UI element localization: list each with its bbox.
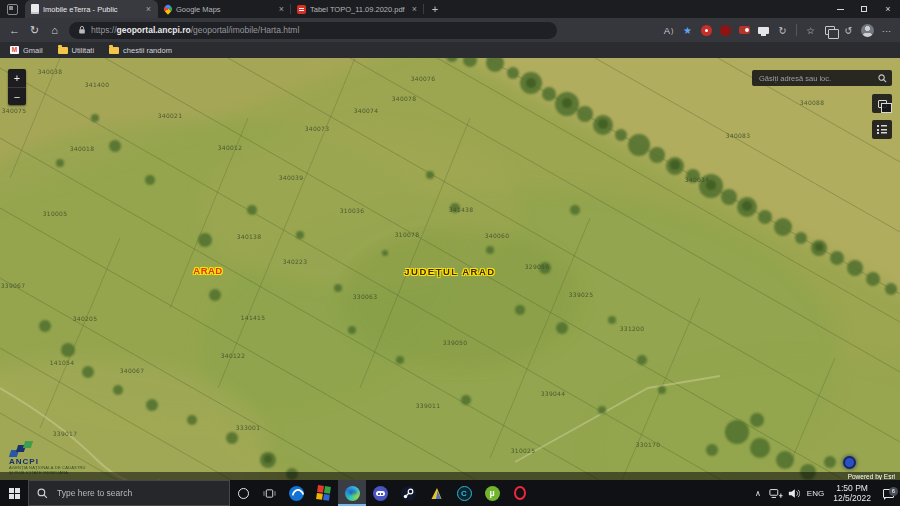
url-host: geoportal.ancpi.ro — [117, 25, 191, 35]
url-path: /geoportal/imobile/Harta.html — [191, 25, 300, 35]
task-view-button[interactable] — [256, 480, 282, 506]
language-indicator[interactable]: ENG — [803, 489, 828, 498]
pdf-favicon — [297, 5, 306, 14]
toolbar-divider — [796, 24, 797, 36]
minimize-icon — [837, 9, 844, 10]
network-tray-icon[interactable] — [767, 488, 785, 499]
gmail-icon: M — [10, 46, 19, 54]
cortana-icon — [238, 488, 249, 499]
home-button[interactable]: ⌂ — [46, 22, 63, 39]
favorite-star-icon[interactable]: ★ — [680, 22, 695, 38]
screen: Imobile eTerra - Public × Google Maps × … — [0, 0, 900, 506]
new-tab-button[interactable]: + — [427, 3, 443, 15]
tab-title: Imobile eTerra - Public — [43, 5, 141, 14]
url-text: https://geoportal.ancpi.ro/geoportal/imo… — [91, 25, 299, 35]
taskbar-app-opera[interactable] — [506, 480, 534, 506]
profile-avatar[interactable] — [860, 22, 875, 38]
avatar-icon — [861, 24, 874, 37]
taskbar-app-utorrent[interactable]: µ — [478, 480, 506, 506]
tab-imobile-eterra[interactable]: Imobile eTerra - Public × — [25, 0, 158, 18]
taskbar-app-steam[interactable] — [394, 480, 422, 506]
back-button[interactable]: ← — [6, 22, 23, 39]
taskbar-app-blue-swirl[interactable] — [282, 480, 310, 506]
layer-list-button[interactable] — [872, 120, 892, 139]
more-menu-icon[interactable]: ··· — [879, 22, 894, 38]
bookmark-folder-utilitati[interactable]: Utilitati — [58, 46, 95, 55]
search-icon[interactable] — [878, 74, 887, 83]
map-search-input[interactable] — [757, 73, 874, 84]
extension-monitor-icon[interactable] — [756, 22, 771, 38]
lock-icon — [78, 25, 86, 35]
bookmark-gmail[interactable]: M Gmail — [10, 46, 43, 55]
tab-close-icon[interactable]: × — [278, 4, 285, 14]
extension-sync-icon[interactable]: ↻ — [775, 22, 790, 38]
read-aloud-icon[interactable]: A — [661, 22, 676, 38]
ancpi-logo: ANCPI AGENŢIA NAŢIONALĂ DE CADASTRUŞI PU… — [9, 441, 99, 475]
taskbar: C µ ∧ ENG 1:50 PM 12/5/2022 6 — [0, 480, 900, 506]
taskbar-app-color-tiles[interactable] — [310, 480, 338, 506]
task-view-icon — [263, 488, 276, 499]
start-button[interactable] — [0, 480, 28, 506]
map-canvas[interactable]: 3400383414003400753400213400183400123400… — [0, 58, 900, 480]
zoom-out-button[interactable]: − — [8, 87, 26, 105]
taskbar-app-edge[interactable] — [338, 480, 366, 506]
location-dot[interactable] — [843, 456, 856, 469]
tab-close-icon[interactable]: × — [411, 4, 418, 14]
tab-close-icon[interactable]: × — [145, 4, 152, 14]
blue-swirl-app-icon — [289, 486, 304, 501]
window-controls: × — [828, 0, 900, 18]
map-attribution-bar: Powered by Esri — [0, 472, 900, 480]
zoom-in-button[interactable]: + — [8, 69, 26, 87]
windows-logo-icon — [9, 488, 20, 499]
bookmark-label: chestii random — [123, 46, 172, 55]
system-tray: ∧ ENG 1:50 PM 12/5/2022 6 — [749, 480, 900, 506]
show-hidden-icons-chevron[interactable]: ∧ — [749, 489, 767, 498]
attribution-text: Powered by Esri — [848, 473, 895, 480]
extension-red-icon[interactable] — [699, 22, 714, 38]
close-button[interactable]: × — [876, 0, 900, 18]
tab-title: Tabel TOPO_11.09.2020.pdf — [310, 5, 407, 14]
extension-red-glyph — [701, 25, 712, 36]
extension-darkred-icon[interactable] — [718, 22, 733, 38]
color-tiles-app-icon — [316, 485, 332, 501]
satellite-imagery[interactable] — [0, 58, 900, 480]
favorites-hub-icon[interactable]: ☆ — [803, 22, 818, 38]
refresh-button[interactable]: ↻ — [26, 22, 43, 39]
discord-icon — [373, 486, 388, 501]
taskbar-search-input[interactable] — [55, 487, 221, 499]
steam-icon — [401, 486, 416, 501]
ancpi-logo-mark — [9, 441, 37, 457]
cortana-button[interactable] — [230, 480, 256, 506]
document-favicon — [31, 4, 39, 14]
bookmark-folder-chestii[interactable]: chestii random — [109, 46, 172, 55]
taskbar-app-gold-sail[interactable] — [422, 480, 450, 506]
google-maps-favicon — [162, 3, 173, 14]
browser-tab-strip: Imobile eTerra - Public × Google Maps × … — [0, 0, 900, 18]
taskbar-app-c-ring[interactable]: C — [450, 480, 478, 506]
extension-multi-icon[interactable] — [737, 22, 752, 38]
tab-google-maps[interactable]: Google Maps × — [158, 0, 291, 18]
taskbar-search[interactable] — [28, 480, 230, 506]
basemap-icon — [878, 100, 887, 108]
clock[interactable]: 1:50 PM 12/5/2022 — [828, 483, 876, 503]
tab-pdf[interactable]: Tabel TOPO_11.09.2020.pdf × — [291, 0, 424, 18]
basemap-gallery-button[interactable] — [872, 94, 892, 113]
map-zoom-control: + − — [8, 69, 26, 105]
taskbar-app-discord[interactable] — [366, 480, 394, 506]
maximize-icon — [861, 6, 867, 12]
action-center-button[interactable]: 6 — [876, 489, 900, 498]
collections-icon[interactable] — [822, 22, 837, 38]
clock-date: 12/5/2022 — [833, 493, 871, 503]
utorrent-icon: µ — [485, 486, 500, 501]
minimize-button[interactable] — [828, 0, 852, 18]
tab-title: Google Maps — [176, 5, 274, 14]
volume-tray-icon[interactable] — [785, 488, 803, 499]
map-search-widget — [752, 70, 892, 86]
clock-time: 1:50 PM — [833, 483, 871, 493]
address-bar[interactable]: https://geoportal.ancpi.ro/geoportal/imo… — [69, 22, 557, 39]
maximize-button[interactable] — [852, 0, 876, 18]
history-icon[interactable]: ↺ — [841, 22, 856, 38]
folder-icon — [58, 47, 68, 54]
collections-glyph — [825, 26, 835, 35]
tab-actions-icon[interactable] — [7, 4, 18, 15]
